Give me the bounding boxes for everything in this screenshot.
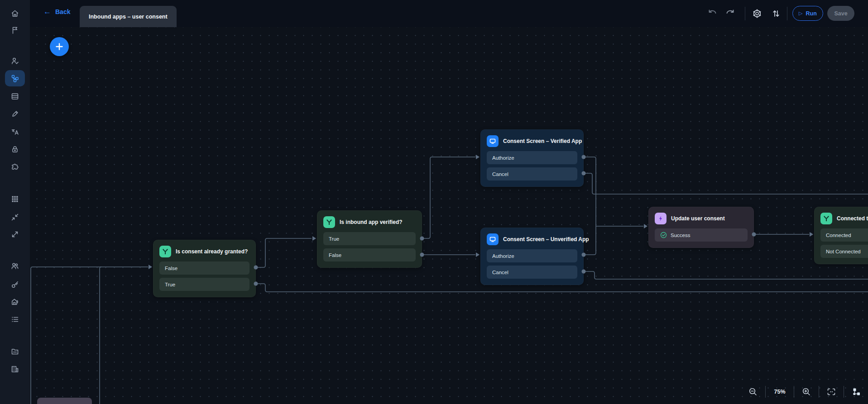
run-label: Run [806,10,817,17]
expand-arrow-icon [10,230,19,239]
auto-layout-icon[interactable] [850,386,862,398]
node-output-false[interactable]: False [159,261,249,275]
screen-icon [487,135,499,147]
partial-node-offscreen[interactable] [37,398,92,404]
table-rows-icon [10,92,19,101]
flag-icon [10,26,19,35]
sidebar-item-collapse[interactable] [5,209,25,225]
node-header: Connected to Go [820,213,868,224]
node-consent-screen-verified-app[interactable]: Consent Screen – Verified App Authorize … [480,129,584,187]
branch-icon [159,246,171,257]
users-icon [10,261,19,271]
sidebar-item-audit[interactable] [5,311,25,328]
sidebar-item-styles[interactable] [5,106,25,122]
divider [787,7,787,20]
node-header: Update user consent [655,213,748,224]
node-output-cancel[interactable]: Cancel [487,167,577,181]
top-bar: ← Back Inbound apps – user consent [0,0,868,27]
left-sidebar [0,0,30,404]
sidebar-item-access-keys[interactable] [5,276,25,293]
node-title: Is consent already granted? [176,248,248,255]
sidebar-item-tables[interactable] [5,88,25,105]
run-button[interactable]: ▷ Run [792,6,823,21]
sidebar-item-tenants[interactable] [5,294,25,310]
apps-grid-icon [10,195,19,204]
undo-icon[interactable] [705,6,720,21]
node-header: Consent Screen – Verified App [487,135,577,147]
puzzle-icon [10,162,19,171]
sidebar-item-company[interactable] [5,361,25,377]
sidebar-item-flows[interactable] [5,70,25,86]
sidebar-item-user-check[interactable] [5,53,25,69]
zoom-out-icon[interactable] [747,386,759,398]
translate-icon [10,127,19,136]
tenant-building-icon [10,297,19,306]
collapse-arrows-icon [10,213,19,222]
node-header: Is inbound app verified? [323,216,416,228]
back-arrow-icon: ← [43,8,51,15]
node-output-false[interactable]: False [323,248,416,261]
key-icon [10,280,19,289]
flow-tab-title: Inbound apps – user consent [89,14,168,20]
sidebar-item-project[interactable] [5,343,25,360]
divider [844,386,844,398]
divider [794,386,794,398]
user-check-icon [10,57,19,66]
back-label: Back [55,8,70,15]
list-icon [10,315,19,324]
sidebar-item-security[interactable] [5,141,25,157]
node-output-success[interactable]: Success [655,228,748,242]
node-output-not-connected[interactable]: Not Connected [820,245,868,258]
add-node-button[interactable] [50,37,69,56]
branch-icon [820,213,832,224]
fit-view-icon[interactable] [825,386,837,398]
branch-icon [323,216,335,228]
flow-editor: Is consent already granted? False True I… [0,0,868,404]
play-icon: ▷ [799,10,802,16]
flow-tab[interactable]: Inbound apps – user consent [80,6,177,27]
divider [745,7,745,20]
sidebar-item-expand[interactable] [5,226,25,242]
screen-icon [487,233,499,245]
sidebar-item-users[interactable] [5,258,25,274]
row-label: Success [671,233,690,238]
lock-icon [10,145,19,154]
company-building-icon [10,365,19,374]
save-button[interactable]: Save [827,6,854,21]
plus-icon [55,42,64,51]
node-title: Consent Screen – Unverified App [503,236,589,242]
divider [765,386,766,398]
node-output-true[interactable]: True [159,278,249,291]
node-output-cancel[interactable]: Cancel [487,266,577,279]
node-consent-screen-unverified-app[interactable]: Consent Screen – Unverified App Authoriz… [480,228,584,285]
node-update-user-consent[interactable]: Update user consent Success [648,207,754,248]
zoom-in-icon[interactable] [801,386,812,398]
save-label: Save [834,10,847,17]
home-icon [10,9,19,18]
back-button[interactable]: ← Back [43,8,70,15]
node-output-true[interactable]: True [323,232,416,245]
node-output-authorize[interactable]: Authorize [487,249,577,262]
lightning-icon [655,213,667,224]
sidebar-item-flags[interactable] [5,22,25,38]
sidebar-item-applications[interactable] [5,191,25,207]
node-title: Is inbound app verified? [340,219,403,225]
sort-updown-icon[interactable] [768,6,784,21]
folder-icon [10,347,19,356]
success-check-icon [660,232,667,238]
node-is-consent-already-granted[interactable]: Is consent already granted? False True [153,240,256,297]
sidebar-item-localization[interactable] [5,124,25,140]
node-title: Consent Screen – Verified App [503,138,582,144]
node-is-inbound-app-verified[interactable]: Is inbound app verified? True False [317,210,422,268]
settings-gear-icon[interactable] [749,6,765,21]
node-output-connected[interactable]: Connected [820,228,868,242]
sidebar-item-connectors[interactable] [5,159,25,175]
sidebar-item-home[interactable] [5,5,25,22]
node-title: Update user consent [671,215,725,222]
zoom-toolbar: 75% [747,382,862,401]
redo-icon[interactable] [723,6,738,21]
flows-icon [10,74,19,83]
node-output-authorize[interactable]: Authorize [487,151,577,164]
node-connected-to-go[interactable]: Connected to Go Connected Not Connected [814,207,868,264]
node-header: Consent Screen – Unverified App [487,233,577,245]
